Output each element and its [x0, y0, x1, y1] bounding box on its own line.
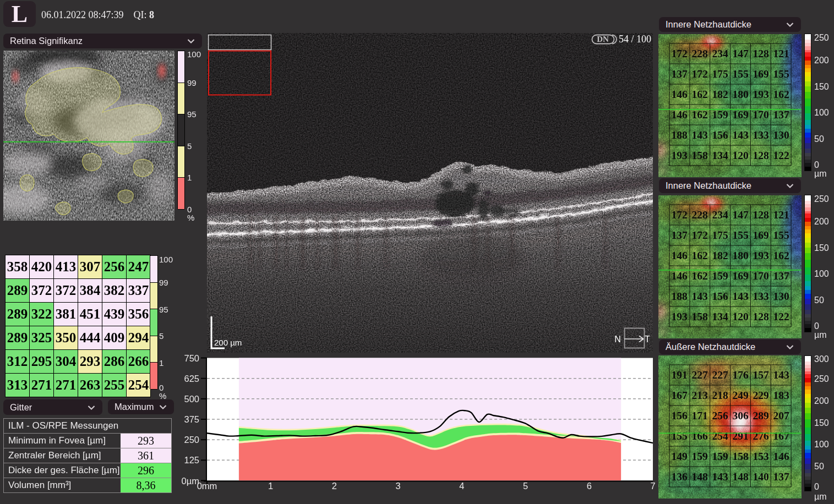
svg-text:182: 182 [712, 250, 728, 261]
svg-text:140: 140 [753, 471, 768, 483]
svg-text:121: 121 [773, 48, 789, 59]
svg-text:155: 155 [773, 229, 789, 241]
svg-text:218: 218 [712, 390, 728, 401]
svg-text:122: 122 [773, 150, 789, 161]
svg-text:3: 3 [396, 481, 401, 491]
svg-text:158: 158 [691, 311, 708, 322]
svg-text:158: 158 [691, 150, 708, 161]
svg-text:4: 4 [459, 481, 464, 491]
svg-text:249: 249 [732, 390, 749, 401]
svg-text:N: N [614, 335, 621, 344]
svg-text:148: 148 [732, 471, 749, 483]
svg-text:155: 155 [671, 430, 688, 442]
svg-text:162: 162 [773, 250, 789, 261]
svg-text:162: 162 [691, 109, 707, 120]
svg-text:291: 291 [732, 430, 748, 442]
svg-text:134: 134 [712, 150, 728, 161]
svg-text:256: 256 [712, 410, 728, 421]
svg-text:193: 193 [671, 150, 688, 161]
svg-text:147: 147 [732, 209, 749, 221]
svg-text:750: 750 [184, 355, 199, 363]
svg-text:276: 276 [753, 430, 769, 442]
svg-text:T: T [645, 335, 650, 344]
svg-text:172: 172 [691, 229, 707, 241]
svg-text:120: 120 [732, 311, 748, 322]
svg-text:130: 130 [773, 291, 789, 302]
svg-text:153: 153 [753, 451, 769, 462]
svg-text:143: 143 [732, 129, 749, 141]
svg-text:133: 133 [753, 291, 769, 302]
svg-text:625: 625 [184, 374, 199, 384]
svg-text:156: 156 [712, 129, 728, 141]
svg-text:0mm: 0mm [197, 481, 217, 491]
svg-text:146: 146 [671, 109, 688, 120]
svg-text:180: 180 [732, 250, 748, 261]
svg-text:146: 146 [671, 270, 688, 282]
svg-text:6: 6 [587, 481, 592, 491]
svg-text:171: 171 [691, 410, 707, 421]
svg-text:156: 156 [671, 410, 688, 421]
svg-text:125: 125 [184, 455, 199, 465]
svg-text:254: 254 [712, 430, 728, 442]
svg-text:193: 193 [753, 250, 769, 261]
svg-text:169: 169 [753, 68, 769, 80]
svg-text:130: 130 [773, 129, 789, 141]
svg-text:146: 146 [671, 250, 688, 261]
svg-text:143: 143 [773, 369, 789, 381]
svg-text:155: 155 [732, 68, 749, 80]
svg-text:137: 137 [671, 229, 688, 241]
svg-text:172: 172 [691, 68, 707, 80]
svg-text:148: 148 [691, 471, 708, 483]
svg-text:128: 128 [753, 150, 769, 161]
svg-text:143: 143 [712, 471, 728, 483]
svg-text:128: 128 [753, 48, 769, 59]
svg-text:2: 2 [332, 481, 337, 491]
svg-text:200 µm: 200 µm [214, 338, 242, 347]
svg-text:188: 188 [671, 291, 688, 302]
svg-text:213: 213 [691, 390, 708, 401]
svg-text:128: 128 [753, 311, 769, 322]
svg-text:188: 188 [671, 129, 688, 141]
svg-text:54 / 100: 54 / 100 [619, 34, 651, 45]
svg-text:147: 147 [732, 48, 749, 59]
svg-text:234: 234 [712, 48, 728, 59]
svg-text:159: 159 [712, 109, 728, 120]
svg-text:170: 170 [753, 109, 768, 120]
svg-text:137: 137 [671, 68, 688, 80]
svg-text:500: 500 [184, 394, 199, 404]
svg-text:167: 167 [671, 390, 688, 401]
svg-text:175: 175 [712, 229, 728, 241]
svg-text:207: 207 [773, 410, 789, 421]
svg-text:137: 137 [773, 471, 789, 483]
svg-text:229: 229 [753, 390, 769, 401]
svg-text:227: 227 [691, 369, 708, 381]
svg-text:162: 162 [773, 89, 789, 100]
svg-text:166: 166 [691, 430, 708, 442]
svg-text:159: 159 [691, 451, 708, 462]
svg-text:155: 155 [773, 68, 789, 80]
svg-text:137: 137 [773, 270, 789, 282]
svg-text:DN: DN [597, 35, 609, 43]
svg-text:182: 182 [712, 89, 728, 100]
svg-text:128: 128 [753, 209, 769, 221]
svg-text:146: 146 [773, 451, 789, 462]
svg-text:169: 169 [732, 109, 749, 120]
svg-text:156: 156 [712, 291, 728, 302]
svg-text:162: 162 [691, 250, 707, 261]
svg-text:172: 172 [671, 209, 687, 221]
svg-text:169: 169 [753, 229, 769, 241]
svg-text:158: 158 [732, 451, 749, 462]
svg-text:176: 176 [732, 369, 749, 381]
svg-text:133: 133 [753, 129, 769, 141]
svg-text:180: 180 [732, 89, 748, 100]
svg-text:183: 183 [773, 390, 789, 401]
svg-text:162: 162 [691, 270, 707, 282]
svg-text:155: 155 [732, 229, 749, 241]
svg-text:228: 228 [691, 48, 708, 59]
svg-text:170: 170 [753, 270, 768, 282]
svg-text:175: 175 [712, 68, 728, 80]
svg-text:162: 162 [691, 89, 707, 100]
svg-text:7: 7 [650, 481, 655, 491]
svg-text:193: 193 [671, 311, 688, 322]
svg-text:193: 193 [753, 89, 769, 100]
